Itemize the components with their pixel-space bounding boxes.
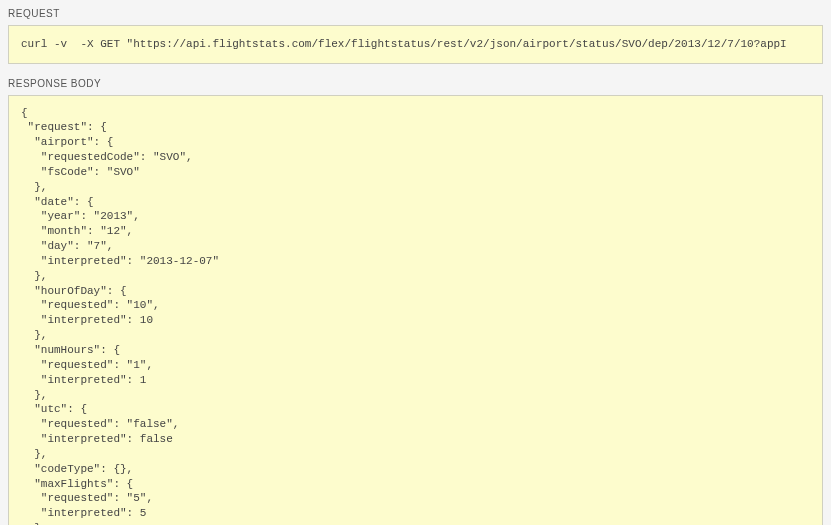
response-body-label: RESPONSE BODY (8, 78, 823, 89)
request-code-block: curl -v -X GET "https://api.flightstats.… (8, 25, 823, 64)
request-label: REQUEST (8, 8, 823, 19)
response-body-code-block: { "request": { "airport": { "requestedCo… (8, 95, 823, 526)
